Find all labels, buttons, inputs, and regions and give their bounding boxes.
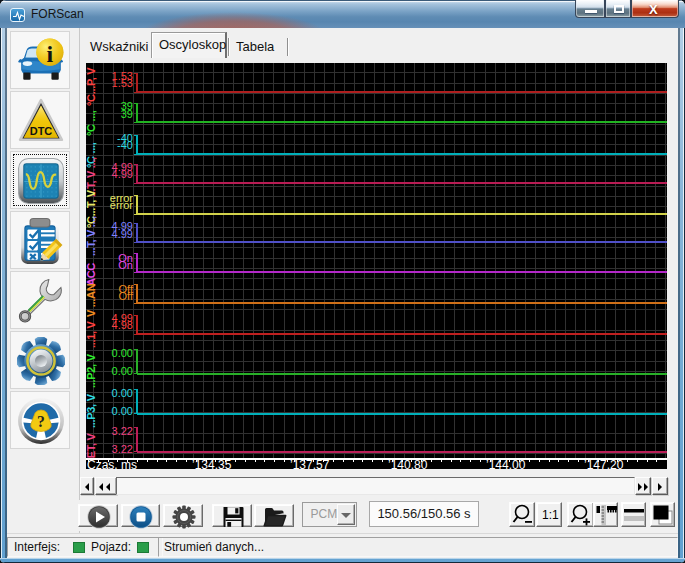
svg-text:i: i (47, 41, 54, 67)
svg-text:DTC: DTC (30, 125, 53, 137)
svg-text:?: ? (37, 412, 45, 429)
